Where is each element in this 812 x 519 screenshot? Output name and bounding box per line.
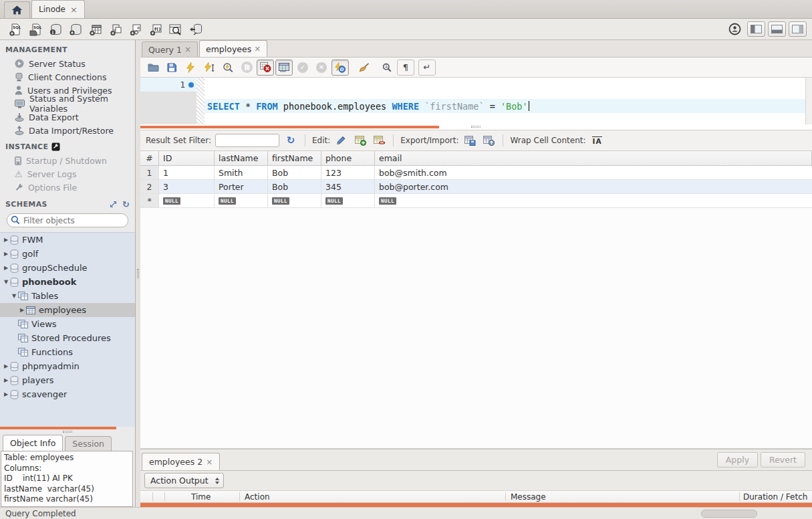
status-scrollbar-thumb[interactable] <box>701 510 757 518</box>
sidebar-item-server-status[interactable]: Server Status <box>0 57 135 70</box>
tree-item-schema-phonebook[interactable]: ▼ phonebook <box>0 275 135 289</box>
tree-item-functions-folder[interactable]: Functions <box>0 345 135 359</box>
create-view-icon[interactable] <box>106 21 126 38</box>
revert-button[interactable]: Revert <box>761 452 805 468</box>
tree-item-schema-scavenger[interactable]: ▶ scavenger <box>0 387 135 401</box>
sidebar-splitter[interactable] <box>0 429 135 434</box>
chevron-right-icon[interactable]: ▶ <box>3 251 9 257</box>
tab-session[interactable]: Session <box>65 436 112 451</box>
result-filter-input[interactable] <box>215 134 279 147</box>
import-recordset-icon[interactable] <box>481 134 496 147</box>
cell-email[interactable]: bob@porter.com <box>375 180 812 193</box>
table-new-row[interactable]: * NULL NULL NULL NULL NULL <box>140 194 812 208</box>
tree-item-schema-players[interactable]: ▶ players <box>0 373 135 387</box>
tree-item-schema-phpmyadmin[interactable]: ▶ phpmyadmin <box>0 359 135 373</box>
sidebar-item-status-variables[interactable]: Status and System Variables <box>0 97 135 110</box>
edit-record-icon[interactable] <box>334 134 349 147</box>
cell-firstname[interactable]: Bob <box>268 180 321 193</box>
cell-lastname[interactable]: Smith <box>215 166 268 179</box>
wrap-cell-content-icon[interactable]: IA <box>590 134 605 147</box>
column-header-id[interactable]: ID <box>159 151 215 165</box>
column-header-rownum[interactable]: # <box>140 151 159 165</box>
close-icon[interactable]: × <box>184 45 191 54</box>
close-icon[interactable]: × <box>206 457 213 467</box>
tree-item-tables-folder[interactable]: ▼ Tables <box>0 289 135 303</box>
cell-null[interactable]: NULL <box>159 194 215 207</box>
tree-item-schema-fwm[interactable]: ▶ FWM <box>0 233 135 247</box>
chevron-right-icon[interactable]: ▶ <box>3 377 9 383</box>
open-sql-script-icon[interactable]: SQL <box>25 21 45 38</box>
chevron-down-icon[interactable]: ▼ <box>11 293 17 299</box>
close-icon[interactable]: × <box>70 5 78 15</box>
tree-item-stored-procedures-folder[interactable]: Stored Procedures <box>0 331 135 345</box>
editor-result-splitter[interactable] <box>140 124 812 130</box>
column-header-email[interactable]: email <box>375 151 812 165</box>
home-tab[interactable] <box>4 1 30 18</box>
clear-query-icon[interactable] <box>356 60 373 76</box>
cell-lastname[interactable]: Porter <box>215 180 268 193</box>
tree-item-table-employees[interactable]: ▶ employees <box>0 303 135 317</box>
chevron-right-icon[interactable]: ▶ <box>3 265 9 271</box>
execute-current-icon[interactable] <box>200 60 218 76</box>
connection-tab[interactable]: Linode × <box>31 0 85 18</box>
output-view-selector[interactable]: Action Output <box>144 473 224 488</box>
account-icon[interactable] <box>724 21 745 38</box>
chevron-right-icon[interactable]: ▶ <box>19 307 25 313</box>
toggle-limit-rows-icon[interactable] <box>275 60 293 76</box>
sidebar-item-client-connections[interactable]: Client Connections <box>0 70 135 84</box>
reconnect-dbms-icon[interactable] <box>186 21 206 38</box>
tree-item-schema-golf[interactable]: ▶ golf <box>0 247 135 261</box>
open-script-icon[interactable] <box>144 60 162 76</box>
tree-item-schema-groupschedule[interactable]: ▶ groupSchedule <box>0 261 135 275</box>
filter-objects-input[interactable] <box>7 213 128 227</box>
chevron-down-icon[interactable]: ▼ <box>3 279 9 285</box>
delete-row-icon[interactable] <box>372 134 386 147</box>
column-header-firstname[interactable]: firstName <box>268 151 321 165</box>
sql-text[interactable]: SELECT * FROM phonebook.employees WHERE … <box>205 78 812 124</box>
new-sql-tab-icon[interactable]: SQL <box>5 21 25 38</box>
cell-id[interactable]: 3 <box>159 180 215 193</box>
tab-object-info[interactable]: Object Info <box>3 435 63 451</box>
cell-null[interactable]: NULL <box>268 194 321 207</box>
main-splitter[interactable] <box>136 40 140 507</box>
chevron-right-icon[interactable]: ▶ <box>3 391 9 397</box>
tab-employees[interactable]: employees × <box>199 40 267 57</box>
create-schema-icon[interactable] <box>65 21 86 38</box>
tab-result-employees-2[interactable]: employees 2 × <box>142 453 220 470</box>
toggle-autocommit-icon[interactable] <box>331 60 349 76</box>
cell-null[interactable]: NULL <box>321 194 375 207</box>
execute-icon[interactable] <box>182 60 199 76</box>
stop-query-icon[interactable] <box>238 60 255 76</box>
rollback-icon[interactable]: ✕ <box>313 60 330 76</box>
output-col-message[interactable]: Message <box>511 492 546 502</box>
cell-firstname[interactable]: Bob <box>268 166 321 179</box>
create-table-icon[interactable] <box>86 21 106 38</box>
create-procedure-icon[interactable] <box>126 21 146 38</box>
output-col-time[interactable]: Time <box>191 492 211 502</box>
sidebar-item-startup-shutdown[interactable]: Startup / Shutdown <box>0 154 135 167</box>
create-function-icon[interactable]: f() <box>146 21 166 38</box>
sidebar-item-data-export[interactable]: Data Export <box>0 110 135 124</box>
close-icon[interactable]: × <box>254 44 261 54</box>
refresh-schemas-icon[interactable]: ↻ <box>122 199 130 209</box>
spinner-icon[interactable] <box>215 478 219 484</box>
cell-id[interactable]: 1 <box>159 166 215 179</box>
toggle-invisibles-icon[interactable]: ¶ <box>397 60 414 76</box>
cell-email[interactable]: bob@smith.com <box>375 166 812 179</box>
column-header-phone[interactable]: phone <box>321 151 375 165</box>
cell-null[interactable]: NULL <box>375 194 812 207</box>
tree-item-views-folder[interactable]: Views <box>0 317 135 331</box>
sql-code-editor[interactable]: 1 SELECT * FROM phonebook.employees WHER… <box>140 78 812 124</box>
commit-icon[interactable]: ✓ <box>294 60 311 76</box>
toggle-secondary-sidebar-button[interactable] <box>789 21 807 37</box>
output-col-action[interactable]: Action <box>245 492 270 502</box>
output-col-duration[interactable]: Duration / Fetch <box>743 492 807 502</box>
sidebar-item-server-logs[interactable]: ⚠ Server Logs <box>0 167 135 181</box>
sidebar-item-options-file[interactable]: Options File <box>0 181 135 194</box>
tab-query-1[interactable]: Query 1 × <box>142 41 198 57</box>
cell-phone[interactable]: 345 <box>321 180 375 193</box>
toggle-word-wrap-icon[interactable]: ↵ <box>418 60 436 76</box>
export-recordset-icon[interactable] <box>462 134 477 147</box>
refresh-results-icon[interactable]: ↻ <box>283 134 298 147</box>
search-table-data-icon[interactable] <box>166 21 186 38</box>
